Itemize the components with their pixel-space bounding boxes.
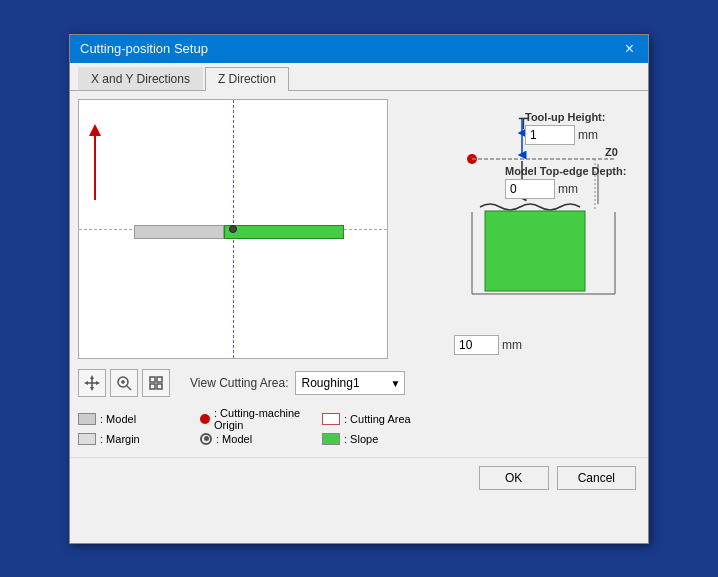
title-bar: Cutting-position Setup × [70, 35, 648, 63]
svg-rect-22 [485, 211, 585, 291]
legend-slope-label: : Slope [344, 433, 378, 445]
tool-up-height-label: Tool-up Height: [525, 111, 605, 123]
center-dot [229, 225, 237, 233]
legend: : Model : Cutting-machine Origin : Cutti… [78, 407, 440, 445]
y-axis-arrow [87, 120, 117, 220]
svg-rect-14 [157, 384, 162, 389]
legend-cutting-area: : Cutting Area [322, 407, 440, 431]
bottom-depth-unit: mm [502, 338, 522, 352]
legend-origin-label: : Cutting-machine Origin [214, 407, 318, 431]
move-icon [84, 375, 100, 391]
cancel-button[interactable]: Cancel [557, 466, 636, 490]
diagram-container: ⊤ [450, 109, 635, 359]
legend-cutting-area-label: : Cutting Area [344, 413, 411, 425]
close-button[interactable]: × [621, 41, 638, 57]
svg-text:Z0: Z0 [605, 146, 618, 158]
bottom-measure-group: mm [454, 335, 522, 355]
view-cutting-area-group: View Cutting Area: Roughing1 Roughing2 F… [190, 371, 405, 395]
viewport [78, 99, 388, 359]
tool-up-height-row: mm [525, 125, 605, 145]
cutting-area-dropdown-wrapper: Roughing1 Roughing2 Finishing1 ▼ [295, 371, 405, 395]
legend-radio-icon [200, 433, 212, 445]
model-top-edge-unit: mm [558, 182, 578, 196]
legend-origin-dot [200, 414, 210, 424]
dialog-footer: OK Cancel [70, 457, 648, 498]
legend-margin-box [78, 433, 96, 445]
legend-model-box [78, 413, 96, 425]
zoom-tool-button[interactable] [110, 369, 138, 397]
dialog-content: View Cutting Area: Roughing1 Roughing2 F… [70, 91, 648, 453]
move-tool-button[interactable] [78, 369, 106, 397]
legend-model-radio-label: : Model [216, 433, 252, 445]
svg-marker-6 [96, 381, 100, 385]
legend-slope: : Slope [322, 433, 440, 445]
legend-model-radio: : Model [200, 433, 318, 445]
legend-model-label: : Model [100, 413, 136, 425]
svg-marker-4 [90, 387, 94, 391]
legend-origin: : Cutting-machine Origin [200, 407, 318, 431]
legend-margin: : Margin [78, 433, 196, 445]
view-cutting-label: View Cutting Area: [190, 376, 289, 390]
right-panel: ⊤ [450, 99, 640, 445]
tool-up-height-unit: mm [578, 128, 598, 142]
tab-z-direction[interactable]: Z Direction [205, 67, 289, 91]
dialog-title: Cutting-position Setup [80, 41, 208, 56]
fit-icon [148, 375, 164, 391]
tool-up-height-input[interactable] [525, 125, 575, 145]
svg-rect-11 [150, 377, 155, 382]
cutting-area-dropdown[interactable]: Roughing1 Roughing2 Finishing1 [295, 371, 405, 395]
legend-cutting-area-box [322, 413, 340, 425]
svg-rect-12 [157, 377, 162, 382]
svg-line-8 [127, 386, 131, 390]
svg-marker-5 [84, 381, 88, 385]
svg-marker-3 [90, 375, 94, 379]
cutting-position-dialog: Cutting-position Setup × X and Y Directi… [69, 34, 649, 544]
legend-radio-dot [204, 436, 209, 441]
svg-rect-13 [150, 384, 155, 389]
ok-button[interactable]: OK [479, 466, 549, 490]
model-bar-green [224, 225, 344, 239]
model-top-edge-label: Model Top-edge Depth: [505, 165, 626, 177]
model-bar-gray [134, 225, 224, 239]
tool-up-height-group: Tool-up Height: mm [525, 111, 605, 145]
model-top-edge-row: mm [505, 179, 626, 199]
model-top-edge-group: Model Top-edge Depth: mm [505, 165, 626, 199]
legend-slope-box [322, 433, 340, 445]
z-diagram-svg: ⊤ [450, 109, 635, 359]
legend-margin-label: : Margin [100, 433, 140, 445]
tab-bar: X and Y Directions Z Direction [70, 63, 648, 91]
zoom-icon [116, 375, 132, 391]
left-panel: View Cutting Area: Roughing1 Roughing2 F… [78, 99, 440, 445]
viewport-toolbar: View Cutting Area: Roughing1 Roughing2 F… [78, 369, 440, 397]
model-top-edge-input[interactable] [505, 179, 555, 199]
tab-xy-directions[interactable]: X and Y Directions [78, 67, 203, 90]
fit-tool-button[interactable] [142, 369, 170, 397]
bottom-depth-input[interactable] [454, 335, 499, 355]
legend-model: : Model [78, 407, 196, 431]
